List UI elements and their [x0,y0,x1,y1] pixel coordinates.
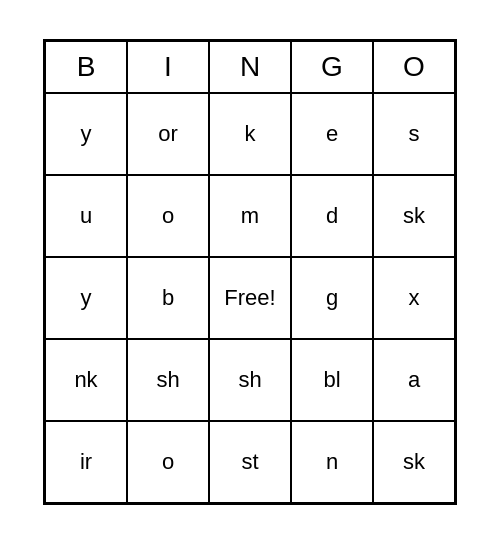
bingo-cell-2-2: Free! [209,257,291,339]
bingo-cell-0-0: y [45,93,127,175]
bingo-cell-3-4: a [373,339,455,421]
bingo-cell-0-2: k [209,93,291,175]
bingo-cell-4-2: st [209,421,291,503]
bingo-cell-1-1: o [127,175,209,257]
bingo-cell-3-0: nk [45,339,127,421]
bingo-cell-1-3: d [291,175,373,257]
header-cell-O: O [373,41,455,93]
bingo-row-1: uomdsk [45,175,455,257]
header-cell-G: G [291,41,373,93]
bingo-cell-2-0: y [45,257,127,339]
bingo-cell-3-3: bl [291,339,373,421]
bingo-cell-1-0: u [45,175,127,257]
bingo-cell-1-4: sk [373,175,455,257]
bingo-body: yorkesuomdskybFree!gxnkshshblairostnsk [45,93,455,503]
bingo-row-2: ybFree!gx [45,257,455,339]
bingo-row-0: yorkes [45,93,455,175]
bingo-cell-1-2: m [209,175,291,257]
header-cell-N: N [209,41,291,93]
bingo-cell-0-3: e [291,93,373,175]
bingo-cell-4-0: ir [45,421,127,503]
bingo-cell-3-1: sh [127,339,209,421]
bingo-cell-2-4: x [373,257,455,339]
bingo-row-3: nkshshbla [45,339,455,421]
bingo-cell-0-1: or [127,93,209,175]
bingo-cell-0-4: s [373,93,455,175]
bingo-row-4: irostnsk [45,421,455,503]
bingo-cell-4-3: n [291,421,373,503]
bingo-cell-2-1: b [127,257,209,339]
bingo-card: BINGO yorkesuomdskybFree!gxnkshshblairos… [43,39,457,505]
header-cell-B: B [45,41,127,93]
bingo-cell-4-1: o [127,421,209,503]
header-cell-I: I [127,41,209,93]
bingo-cell-3-2: sh [209,339,291,421]
bingo-cell-2-3: g [291,257,373,339]
bingo-cell-4-4: sk [373,421,455,503]
bingo-header: BINGO [45,41,455,93]
